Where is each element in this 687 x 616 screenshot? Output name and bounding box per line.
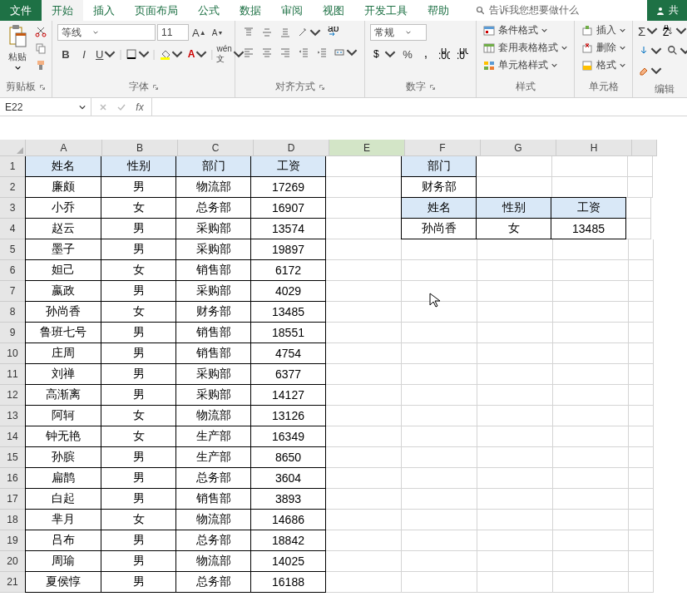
col-header[interactable]: A [26,140,102,156]
fill-color-button[interactable] [157,46,185,62]
row-header[interactable]: 13 [0,406,26,426]
cell[interactable]: 8650 [250,446,326,468]
cell[interactable]: 墨子 [25,239,101,260]
cell[interactable]: 阿轲 [25,405,101,426]
tab-review[interactable]: 审阅 [271,0,313,21]
cell[interactable]: 男 [101,280,176,302]
cell[interactable]: 钟无艳 [25,426,101,447]
cell[interactable] [477,343,553,364]
cell[interactable]: 财务部 [401,176,477,198]
cell[interactable]: 孙尚香 [25,301,101,323]
cell[interactable]: 鲁班七号 [25,322,101,343]
cell[interactable] [553,260,629,281]
conditional-format-button[interactable]: 条件格式 [480,22,551,38]
cell[interactable] [553,530,629,551]
cell[interactable]: 采购部 [175,239,251,260]
orientation-button[interactable] [295,24,323,41]
tab-view[interactable]: 视图 [313,0,354,21]
fill-button[interactable] [636,42,664,59]
cell[interactable] [552,156,628,177]
bold-button[interactable]: B [57,46,74,62]
cell[interactable] [326,302,402,323]
cell[interactable]: 工资 [250,155,326,177]
cell[interactable] [477,489,553,510]
row-header[interactable]: 7 [0,281,26,302]
cell[interactable]: 扁鹊 [25,467,101,489]
cell[interactable] [326,156,402,177]
cell[interactable] [629,302,654,323]
cell[interactable] [553,343,629,364]
decrease-font-button[interactable]: A▼ [210,24,226,41]
cell[interactable] [553,572,629,593]
cell[interactable]: 16907 [250,197,326,219]
cell[interactable] [326,364,402,385]
cell[interactable] [552,177,628,198]
cell[interactable] [326,489,402,510]
cell[interactable] [629,468,654,489]
cell[interactable]: 总务部 [175,467,251,489]
cell[interactable]: 财务部 [175,301,251,323]
row-header[interactable]: 4 [0,219,26,239]
cell[interactable]: 采购部 [175,280,251,302]
cell[interactable] [402,510,477,530]
align-left-button[interactable] [240,44,257,61]
cell[interactable]: 6172 [250,259,326,281]
cell[interactable] [629,239,654,260]
wrap-text-button[interactable]: ab [324,24,341,41]
cell[interactable] [553,302,629,323]
cell[interactable] [553,510,629,530]
cell[interactable] [477,302,553,323]
row-header[interactable]: 17 [0,489,26,510]
cell[interactable]: 小乔 [25,197,101,219]
cell[interactable] [553,551,629,572]
cell[interactable]: 姓名 [25,155,101,177]
cell[interactable]: 物流部 [175,405,251,426]
cell[interactable]: 生产部 [175,446,251,468]
cell[interactable] [629,510,654,530]
cell[interactable]: 物流部 [175,509,251,530]
formula-input[interactable] [152,98,687,116]
font-color-button[interactable]: A [186,46,210,62]
tab-dev[interactable]: 开发工具 [354,0,418,21]
cell[interactable] [629,281,654,302]
cell[interactable] [326,572,402,593]
row-header[interactable]: 10 [0,343,26,364]
dialog-launcher-icon[interactable] [319,84,325,91]
cell[interactable]: 18842 [250,530,326,551]
cell[interactable]: 17269 [250,176,326,198]
cell[interactable]: 部门 [401,155,477,177]
cell[interactable] [629,447,654,468]
cell[interactable] [402,489,477,510]
cell[interactable]: 夏侯惇 [25,571,101,593]
cancel-formula-button[interactable] [95,100,111,115]
dialog-launcher-icon[interactable] [39,84,46,91]
cell[interactable] [553,426,629,447]
row-header[interactable]: 19 [0,530,26,551]
cell[interactable]: 赵云 [25,218,101,239]
cell[interactable] [553,447,629,468]
cell[interactable] [402,343,477,364]
cell[interactable] [477,572,553,593]
cell[interactable] [402,239,477,260]
name-box[interactable]: E22 [0,98,91,116]
cell[interactable] [402,385,477,406]
cell[interactable]: 男 [101,571,176,593]
cell[interactable]: 19897 [250,239,326,260]
cell[interactable]: 姓名 [401,197,477,219]
cell[interactable] [326,219,402,239]
cell[interactable]: 男 [101,530,176,551]
cell[interactable]: 总务部 [175,197,251,219]
align-right-button[interactable] [277,44,294,61]
cell[interactable]: 6377 [250,363,326,385]
copy-button[interactable] [33,41,48,56]
row-header[interactable]: 12 [0,385,26,406]
cell[interactable] [402,364,477,385]
comma-button[interactable]: , [418,46,434,62]
cell[interactable]: 白起 [25,488,101,510]
number-format-combo[interactable]: 常规 [370,24,427,41]
cell[interactable] [326,385,402,406]
cell[interactable] [402,551,477,572]
cell[interactable]: 18551 [250,322,326,343]
cell[interactable] [402,406,477,426]
cell[interactable]: 销售部 [175,322,251,343]
